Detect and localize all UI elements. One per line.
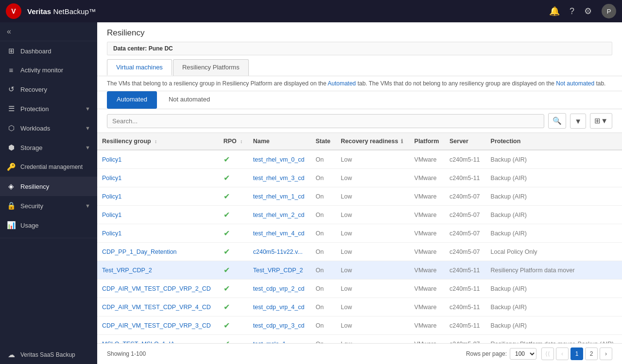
table-row: CDP_AIR_VM_TEST_CDP_VRP_4_CD ✔ test_cdp_… bbox=[97, 298, 622, 316]
search-input[interactable] bbox=[107, 114, 544, 128]
tab-virtual-machines[interactable]: Virtual machines bbox=[107, 59, 172, 76]
vm-name-link[interactable]: test_rhel_vm_3_cd bbox=[253, 175, 305, 182]
search-button[interactable]: 🔍 bbox=[548, 113, 566, 129]
col-platform: Platform bbox=[410, 133, 445, 150]
user-avatar[interactable]: P bbox=[602, 4, 616, 18]
pagination: ⟨⟨ ‹ 1 2 › bbox=[541, 347, 612, 360]
resiliency-group-link[interactable]: CDP_AIR_VM_TEST_CDP_VRP_4_CD bbox=[102, 304, 211, 311]
resiliency-group-link[interactable]: CDP_AIR_VM_TEST_CDP_VRP_2_CD bbox=[102, 285, 211, 292]
sidebar-label-recovery: Recovery bbox=[20, 86, 90, 93]
sidebar-item-dashboard[interactable]: ⊞ Dashboard bbox=[0, 41, 97, 61]
resiliency-group-link[interactable]: Policy1 bbox=[102, 175, 121, 182]
resiliency-group-link[interactable]: CDP_AIR_VM_TEST_CDP_VRP_3_CD bbox=[102, 322, 211, 329]
cell-resiliency-group: CDP_AIR_VM_TEST_CDP_VRP_2_CD bbox=[97, 280, 219, 298]
columns-button[interactable]: ⊞▼ bbox=[590, 113, 612, 129]
cell-resiliency-group: Policy1 bbox=[97, 187, 219, 206]
cell-rpo: ✔ bbox=[219, 150, 248, 169]
cell-state: On bbox=[311, 224, 336, 243]
vm-name-link[interactable]: test_cdp_vrp_3_cd bbox=[253, 322, 305, 329]
saas-icon: ☁ bbox=[7, 350, 16, 359]
cell-server: c240m5-07 bbox=[445, 206, 486, 224]
vm-name-link[interactable]: test_cdp_vrp_2_cd bbox=[253, 285, 305, 292]
security-icon: 🔒 bbox=[7, 201, 16, 210]
first-page-button[interactable]: ⟨⟨ bbox=[541, 347, 554, 360]
col-rpo[interactable]: RPO ↕ bbox=[219, 133, 248, 150]
rpo-status-icon: ✔ bbox=[224, 266, 230, 274]
col-protection: Protection bbox=[486, 133, 622, 150]
cell-protection: Backup (AIR) bbox=[486, 316, 622, 335]
cell-protection: Backup (AIR) bbox=[486, 280, 622, 298]
sidebar-label-security: Security bbox=[20, 202, 80, 210]
table-container: Resiliency group ↕ RPO ↕ Name State Reco… bbox=[97, 133, 622, 343]
logo-text: Veritas NetBackup™ bbox=[27, 7, 96, 16]
vm-name-link[interactable]: test_cdp_vrp_4_cd bbox=[253, 304, 305, 311]
prev-page-button[interactable]: ‹ bbox=[556, 347, 569, 360]
col-state: State bbox=[311, 133, 336, 150]
sidebar-item-credential-management[interactable]: 🔑 Credential management bbox=[0, 157, 97, 177]
table-row: Policy1 ✔ test_rhel_vm_4_cd On Low VMwar… bbox=[97, 224, 622, 243]
vm-name-link[interactable]: test_rhel_vm_2_cd bbox=[253, 212, 305, 218]
sidebar-item-recovery[interactable]: ↺ Recovery bbox=[0, 80, 97, 99]
cell-protection: Backup (AIR) bbox=[486, 187, 622, 206]
sidebar-item-workloads[interactable]: ⬡ Workloads ▼ bbox=[0, 118, 97, 138]
vm-name-link[interactable]: test_rhel_vm_1_cd bbox=[253, 193, 305, 200]
filter-button[interactable]: ▼ bbox=[570, 114, 586, 129]
rows-per-page-select[interactable]: 100 50 25 bbox=[510, 348, 536, 360]
resiliency-icon: ◈ bbox=[7, 182, 16, 191]
cell-rpo: ✔ bbox=[219, 261, 248, 280]
col-recovery-readiness: Recovery readiness ℹ bbox=[336, 133, 409, 150]
cell-state: On bbox=[311, 150, 336, 169]
page-2-button[interactable]: 2 bbox=[585, 347, 598, 360]
cell-protection: Resiliency Platform data mover, Backup (… bbox=[486, 335, 622, 344]
cell-resiliency-group: Policy1 bbox=[97, 224, 219, 243]
workloads-icon: ⬡ bbox=[7, 124, 16, 132]
resiliency-group-link[interactable]: Policy1 bbox=[102, 193, 121, 200]
sidebar-item-security[interactable]: 🔒 Security ▼ bbox=[0, 196, 97, 215]
resiliency-group-link[interactable]: Policy1 bbox=[102, 212, 121, 218]
cell-state: On bbox=[311, 298, 336, 316]
cell-state: On bbox=[311, 187, 336, 206]
page-1-button[interactable]: 1 bbox=[570, 347, 583, 360]
sidebar-item-resiliency[interactable]: ◈ Resiliency bbox=[0, 177, 97, 196]
content-area: Resiliency Data center: Pune DC Virtual … bbox=[97, 22, 622, 364]
sidebar-label-workloads: Workloads bbox=[20, 125, 80, 132]
credential-icon: 🔑 bbox=[7, 163, 16, 171]
data-center-value: Pune DC bbox=[149, 45, 173, 52]
notification-icon[interactable]: 🔔 bbox=[549, 6, 560, 17]
sidebar-item-protection[interactable]: ☰ Protection ▼ bbox=[0, 99, 97, 118]
resiliency-group-link[interactable]: Policy1 bbox=[102, 230, 121, 237]
cell-server: c240m5-07 bbox=[445, 335, 486, 344]
sidebar-collapse-button[interactable]: « bbox=[0, 22, 97, 41]
resiliency-group-link[interactable]: Policy1 bbox=[102, 156, 121, 163]
sidebar-item-veritas-saas[interactable]: ☁ Veritas SaaS Backup bbox=[0, 345, 97, 364]
next-page-button[interactable]: › bbox=[600, 347, 612, 360]
tab-not-automated[interactable]: Not automated bbox=[159, 91, 220, 109]
cell-name: test_cdp_vrp_2_cd bbox=[248, 280, 311, 298]
vm-name-link[interactable]: test_rhel_vm_4_cd bbox=[253, 230, 305, 237]
cell-state: On bbox=[311, 280, 336, 298]
primary-tabs: Virtual machines Resiliency Platforms bbox=[107, 59, 612, 76]
sidebar-item-usage[interactable]: 📊 Usage bbox=[0, 215, 97, 235]
rows-per-page-control: Rows per page: 100 50 25 bbox=[466, 348, 536, 360]
cell-recovery-readiness: Low bbox=[336, 224, 409, 243]
tab-automated[interactable]: Automated bbox=[107, 91, 157, 109]
resiliency-group-link[interactable]: Test_VRP_CDP_2 bbox=[102, 267, 152, 274]
sidebar-item-activity-monitor[interactable]: ≡ Activity monitor bbox=[0, 61, 97, 80]
sidebar-item-storage[interactable]: ⬢ Storage ▼ bbox=[0, 138, 97, 157]
rpo-status-icon: ✔ bbox=[224, 248, 230, 256]
settings-icon[interactable]: ⚙ bbox=[584, 6, 592, 17]
cell-platform: VMware bbox=[410, 224, 445, 243]
cell-rpo: ✔ bbox=[219, 224, 248, 243]
header-icons: 🔔 ? ⚙ P bbox=[549, 4, 616, 18]
cell-recovery-readiness: Low bbox=[336, 316, 409, 335]
resiliency-group-link[interactable]: CDP_PP_1_Day_Retention bbox=[102, 248, 177, 255]
vm-name-link[interactable]: test_rhel_vm_0_cd bbox=[253, 156, 305, 163]
secondary-tabs-bar: Automated Not automated bbox=[97, 91, 622, 109]
col-resiliency-group[interactable]: Resiliency group ↕ bbox=[97, 133, 219, 150]
vm-name-link[interactable]: c240m5-11v22.v... bbox=[253, 248, 303, 255]
vm-name-link[interactable]: Test_VRP_CDP_2 bbox=[253, 267, 303, 274]
tab-resiliency-platforms[interactable]: Resiliency Platforms bbox=[173, 59, 249, 76]
cell-state: On bbox=[311, 316, 336, 335]
help-icon[interactable]: ? bbox=[570, 6, 574, 17]
cell-platform: VMware bbox=[410, 316, 445, 335]
